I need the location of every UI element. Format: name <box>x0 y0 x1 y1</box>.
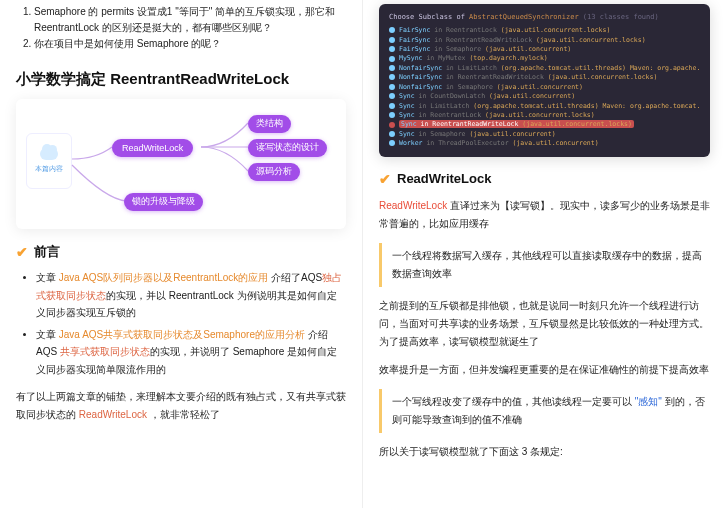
code-row[interactable]: NonfairSync in Semaphore (java.util.conc… <box>389 83 700 92</box>
list-item: 文章 Java AQS共享式获取同步状态及Semaphore的应用分析 介绍 A… <box>36 326 346 379</box>
diagram-node-center: ReadWriteLock <box>112 139 193 157</box>
bridge-paragraph: 有了以上两篇文章的铺垫，来理解本文要介绍的既有独占式，又有共享式获取同步状态的 … <box>16 388 346 424</box>
paragraph: 之前提到的互斥锁都是排他锁，也就是说同一时刻只允许一个线程进行访问，当面对可共享… <box>379 297 710 351</box>
rwl-intro: ReadWriteLock 直译过来为【读写锁】。现实中，读多写少的业务场景是非… <box>379 197 710 233</box>
code-row[interactable]: FairSync in Semaphore (java.util.concurr… <box>389 45 700 54</box>
question-item: Semaphore 的 permits 设置成1 "等同于" 简单的互斥锁实现，… <box>34 4 346 36</box>
class-icon <box>389 37 395 43</box>
ide-class-chooser: Choose Subclass of AbstractQueuedSynchro… <box>379 4 710 157</box>
emphasis: "感知" <box>635 396 662 407</box>
section-title: 前言 <box>34 243 60 261</box>
code-rows: FairSync in ReentrantLock (java.util.con… <box>389 26 700 148</box>
class-icon <box>389 122 395 128</box>
check-icon: ✔ <box>16 244 28 260</box>
code-row[interactable]: Sync in LimitLatch (org.apache.tomcat.ut… <box>389 102 700 111</box>
code-row[interactable]: Sync in ReentrantReadWriteLock (java.uti… <box>389 120 700 129</box>
class-icon <box>389 93 395 99</box>
preface-bullets: 文章 Java AQS队列同步器以及ReentrantLock的应用 介绍了AQ… <box>16 269 346 378</box>
code-row[interactable]: MySync in MyMutex (top.dayarch.mylock) <box>389 54 700 63</box>
right-column: Choose Subclass of AbstractQueuedSynchro… <box>363 0 726 508</box>
code-row[interactable]: Sync in CountDownLatch (java.util.concur… <box>389 92 700 101</box>
diagram-node-leaf: 源码分析 <box>248 163 300 181</box>
mindmap-diagram: 本篇内容 ReadWriteLock 类结构 读写状态的设计 源码分析 锁的升级… <box>16 99 346 229</box>
code-row[interactable]: Sync in Semaphore (java.util.concurrent) <box>389 130 700 139</box>
class-icon <box>389 140 395 146</box>
class-icon <box>389 46 395 52</box>
inline-link[interactable]: ReadWriteLock <box>79 409 147 420</box>
class-icon <box>389 84 395 90</box>
class-icon <box>389 56 395 62</box>
class-icon <box>389 131 395 137</box>
question-item: 你在项目中是如何使用 Semaphore 的呢？ <box>34 36 346 52</box>
section-heading-rwl: ✔ ReadWriteLock <box>379 171 710 187</box>
article-title: 小学数学搞定 ReentrantReadWriteLock <box>16 70 346 89</box>
code-row[interactable]: Worker in ThreadPoolExecutor (java.util.… <box>389 139 700 148</box>
inline-link[interactable]: Java AQS共享式获取同步状态及Semaphore的应用分析 <box>59 329 305 340</box>
paragraph: 所以关于读写锁模型就了下面这 3 条规定: <box>379 443 710 461</box>
code-row[interactable]: NonfairSync in LimitLatch (org.apache.to… <box>389 64 700 73</box>
section-heading-preface: ✔ 前言 <box>16 243 346 261</box>
diagram-node-leaf: 读写状态的设计 <box>248 139 327 157</box>
class-icon <box>389 27 395 33</box>
code-header: Choose Subclass of AbstractQueuedSynchro… <box>389 12 700 22</box>
class-icon <box>389 112 395 118</box>
section-title: ReadWriteLock <box>397 171 491 186</box>
class-icon <box>389 65 395 71</box>
diagram-node-bottom: 锁的升级与降级 <box>124 193 203 211</box>
class-icon <box>389 74 395 80</box>
code-row[interactable]: FairSync in ReentrantReadWriteLock (java… <box>389 36 700 45</box>
left-column: Semaphore 的 permits 设置成1 "等同于" 简单的互斥锁实现，… <box>0 0 363 508</box>
blockquote: 一个线程将数据写入缓存，其他线程可以直接读取缓存中的数据，提高数据查询效率 <box>379 243 710 287</box>
code-row[interactable]: FairSync in ReentrantLock (java.util.con… <box>389 26 700 35</box>
class-icon <box>389 103 395 109</box>
paragraph: 效率提升是一方面，但并发编程更重要的是在保证准确性的前提下提高效率 <box>379 361 710 379</box>
check-icon: ✔ <box>379 171 391 187</box>
inline-keyword: ReadWriteLock <box>379 200 447 211</box>
blockquote: 一个写线程改变了缓存中的值，其他读线程一定要可以 "感知" 到的，否则可能导致查… <box>379 389 710 433</box>
list-item: 文章 Java AQS队列同步器以及ReentrantLock的应用 介绍了AQ… <box>36 269 346 322</box>
question-list: Semaphore 的 permits 设置成1 "等同于" 简单的互斥锁实现，… <box>16 4 346 52</box>
inline-link[interactable]: 共享式获取同步状态 <box>60 346 150 357</box>
inline-link[interactable]: Java AQS队列同步器以及ReentrantLock的应用 <box>59 272 269 283</box>
code-row[interactable]: Sync in ReentrantLock (java.util.concurr… <box>389 111 700 120</box>
highlighted-entry: Sync in ReentrantReadWriteLock (java.uti… <box>399 120 634 128</box>
diagram-node-leaf: 类结构 <box>248 115 291 133</box>
code-row[interactable]: NonfairSync in ReentrantReadWriteLock (j… <box>389 73 700 82</box>
